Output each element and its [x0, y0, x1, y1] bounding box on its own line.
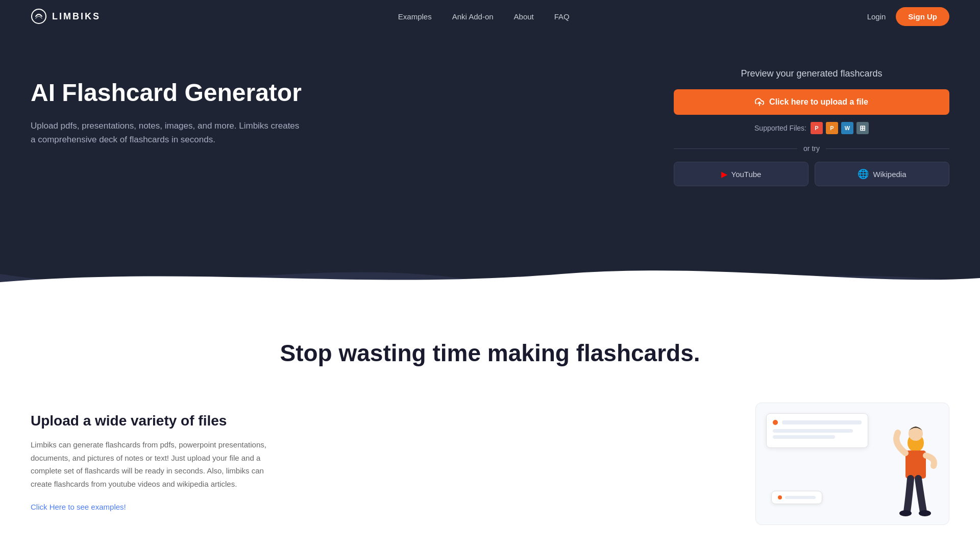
- pdf-icon: P: [811, 122, 823, 134]
- nav-examples[interactable]: Examples: [398, 12, 432, 21]
- examples-link[interactable]: Click Here to see examples!: [31, 503, 126, 511]
- upload-card: [766, 413, 868, 448]
- hero-subtitle: Upload pdfs, presentations, notes, image…: [31, 119, 306, 146]
- preview-title: Preview your generated flashcards: [674, 68, 949, 79]
- ppt-icon: P: [826, 122, 838, 134]
- supported-files: Supported Files: P P W ⊞: [674, 122, 949, 134]
- divider-right: [826, 148, 949, 149]
- nav-links: Examples Anki Add-on About FAQ: [398, 12, 570, 21]
- youtube-button[interactable]: ▶ YouTube: [674, 162, 808, 186]
- wikipedia-icon: 🌐: [857, 168, 869, 180]
- limbiks-logo-icon: [31, 8, 47, 24]
- source-buttons: ▶ YouTube 🌐 Wikipedia: [674, 162, 949, 186]
- main-section: Stop wasting time making flashcards. Upl…: [0, 298, 980, 551]
- feature-image: [755, 403, 949, 525]
- feature-desc: Limbiks can generate flashcards from pdf…: [31, 438, 276, 490]
- file-icons: P P W ⊞: [811, 122, 869, 134]
- nav-about[interactable]: About: [514, 12, 534, 21]
- brand-name: LIMBIKS: [52, 11, 101, 22]
- person-illustration: [877, 422, 944, 524]
- wikipedia-button[interactable]: 🌐 Wikipedia: [815, 162, 949, 186]
- svg-point-6: [919, 510, 931, 516]
- nav-actions: Login Sign Up: [867, 7, 949, 26]
- nav-faq[interactable]: FAQ: [554, 12, 570, 21]
- wikipedia-label: Wikipedia: [873, 170, 906, 179]
- wave-svg: [0, 258, 980, 298]
- youtube-label: YouTube: [731, 170, 762, 179]
- feature-text: Upload a wide variety of files Limbiks c…: [31, 403, 276, 512]
- youtube-icon: ▶: [721, 169, 727, 179]
- divider-text: or try: [803, 144, 820, 153]
- section-headline: Stop wasting time making flashcards.: [31, 339, 949, 367]
- hero-right: Preview your generated flashcards Click …: [674, 68, 949, 186]
- navbar: LIMBIKS Examples Anki Add-on About FAQ L…: [0, 0, 980, 33]
- svg-point-5: [899, 510, 912, 516]
- brand-logo[interactable]: LIMBIKS: [31, 8, 101, 24]
- upload-button[interactable]: Click here to upload a file: [674, 89, 949, 115]
- upload-button-label: Click here to upload a file: [769, 97, 868, 107]
- feature-row: Upload a wide variety of files Limbiks c…: [31, 403, 949, 525]
- other-icon: ⊞: [856, 122, 869, 134]
- upload-icon: [755, 97, 764, 107]
- nav-anki[interactable]: Anki Add-on: [452, 12, 494, 21]
- hero-title: AI Flashcard Generator: [31, 79, 306, 107]
- supported-label: Supported Files:: [754, 124, 806, 132]
- signup-button[interactable]: Sign Up: [896, 7, 949, 26]
- hero-left: AI Flashcard Generator Upload pdfs, pres…: [31, 68, 306, 147]
- divider-row: or try: [674, 144, 949, 153]
- feature-title: Upload a wide variety of files: [31, 413, 276, 429]
- word-icon: W: [841, 122, 853, 134]
- wave-transition: [0, 258, 980, 298]
- svg-point-3: [909, 427, 923, 441]
- svg-rect-4: [905, 450, 926, 479]
- card-small: [771, 491, 822, 504]
- divider-left: [674, 148, 797, 149]
- hero-section: AI Flashcard Generator Upload pdfs, pres…: [0, 33, 980, 258]
- login-link[interactable]: Login: [867, 12, 886, 21]
